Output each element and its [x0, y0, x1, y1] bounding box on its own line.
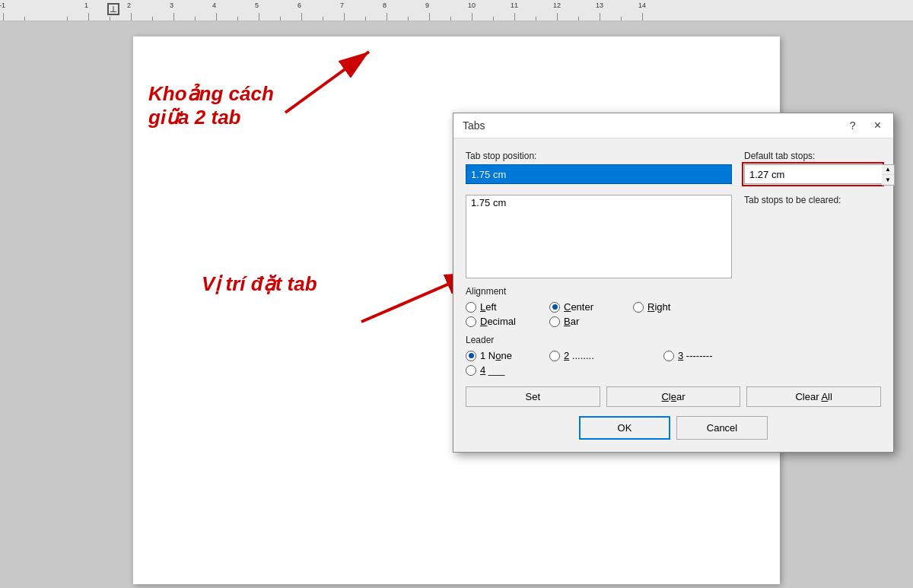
alignment-label: Alignment [466, 286, 881, 297]
leader-3-dashes[interactable]: 3 -------- [663, 350, 762, 361]
clear-button[interactable]: Clear [606, 386, 741, 407]
tab-stops-cleared-col: Tab stops to be cleared: [744, 195, 881, 278]
spinner-buttons: ▲ ▼ [882, 164, 895, 186]
alignment-decimal[interactable]: Decimal [466, 316, 534, 327]
alignment-radio-group: Left Center Right [466, 301, 881, 313]
clear-all-button[interactable]: Clear All [746, 386, 881, 407]
spinner-down-button[interactable]: ▼ [882, 175, 894, 185]
alignment-right[interactable]: Right [633, 301, 701, 313]
leader-radio-group-1: 1 None 2 ........ 3 -------- [466, 350, 881, 361]
default-tab-stops-col: Default tab stops: ▲ ▼ [744, 151, 881, 186]
arrow-annotation-1 [133, 37, 476, 280]
annotation-text-khoang-cach: Khoảng cách giữa 2 tab [148, 82, 274, 129]
dialog-title: Tabs [463, 119, 485, 132]
close-button[interactable]: × [871, 119, 884, 132]
ruler: -11234567891011121314⊥ [0, 0, 913, 21]
listbox-row: 1.75 cm Tab stops to be cleared: [466, 195, 881, 278]
alignment-bar-radio[interactable] [549, 316, 560, 327]
alignment-left-radio[interactable] [466, 302, 476, 313]
alignment-section: Alignment Left Center Right [466, 286, 881, 327]
tab-stop-position-input[interactable] [466, 164, 732, 184]
tab-stop-listbox[interactable]: 1.75 cm [466, 195, 732, 278]
dialog-titlebar: Tabs ? × [453, 113, 893, 138]
leader-label: Leader [466, 335, 881, 345]
leader-2-label: 2 ........ [564, 350, 594, 361]
action-buttons-row: Set Clear Clear All [466, 386, 881, 407]
set-button[interactable]: Set [466, 386, 600, 407]
tab-stop-position-col: Tab stop position: [466, 151, 732, 186]
dialog-titlebar-controls: ? × [847, 119, 884, 132]
tab-stop-position-label: Tab stop position: [466, 151, 732, 161]
cancel-button[interactable]: Cancel [676, 416, 768, 440]
tab-stop-ruler-marker: ⊥ [107, 3, 119, 15]
dialog-body: Tab stop position: Default tab stops: ▲ … [453, 138, 893, 452]
alignment-center-radio[interactable] [549, 302, 560, 313]
tabs-dialog: Tabs ? × Tab stop position: Default tab … [453, 113, 894, 453]
document-area: Khoảng cách giữa 2 tab Vị trí đặt tab [0, 21, 913, 588]
leader-1-label: 1 None [480, 350, 512, 361]
alignment-left[interactable]: Left [466, 301, 534, 313]
leader-4-underline[interactable]: 4 ___ [466, 364, 534, 376]
alignment-right-label: Right [647, 301, 670, 313]
leader-3-label: 3 -------- [678, 350, 712, 361]
default-tab-stops-input[interactable] [744, 164, 882, 184]
alignment-right-radio[interactable] [633, 302, 644, 313]
leader-section: Leader 1 None 2 ........ 3 -------- [466, 335, 881, 376]
top-fields-row: Tab stop position: Default tab stops: ▲ … [466, 151, 881, 186]
alignment-decimal-label: Decimal [480, 316, 516, 327]
spinner-up-button[interactable]: ▲ [882, 165, 894, 175]
svg-line-1 [285, 52, 369, 113]
document-page: Khoảng cách giữa 2 tab Vị trí đặt tab [133, 37, 780, 584]
help-button[interactable]: ? [847, 120, 859, 131]
alignment-center-label: Center [564, 301, 593, 313]
default-tab-stops-label: Default tab stops: [744, 151, 881, 161]
tab-stops-cleared-label: Tab stops to be cleared: [744, 195, 881, 205]
listbox-item[interactable]: 1.75 cm [466, 195, 731, 210]
ok-cancel-row: OK Cancel [466, 416, 881, 440]
leader-3-radio[interactable] [663, 351, 674, 361]
default-tab-stops-spinner: ▲ ▼ [744, 164, 881, 186]
alignment-left-label: Left [480, 301, 497, 313]
ok-button[interactable]: OK [579, 416, 670, 440]
leader-4-radio[interactable] [466, 365, 476, 376]
leader-radio-group-2: 4 ___ [466, 364, 881, 376]
leader-2-radio[interactable] [549, 351, 560, 361]
alignment-bar-label: Bar [564, 316, 579, 327]
leader-1-none[interactable]: 1 None [466, 350, 534, 361]
alignment-bar[interactable]: Bar [549, 316, 618, 327]
alignment-center[interactable]: Center [549, 301, 618, 313]
listbox-col: 1.75 cm [466, 195, 732, 278]
leader-1-radio[interactable] [466, 351, 476, 361]
annotation-text-vi-tri: Vị trí đặt tab [202, 272, 317, 296]
alignment-decimal-radio[interactable] [466, 316, 476, 327]
leader-2-dots[interactable]: 2 ........ [549, 350, 648, 361]
alignment-radio-group-2: Decimal Bar [466, 316, 881, 327]
leader-4-label: 4 ___ [480, 364, 505, 376]
